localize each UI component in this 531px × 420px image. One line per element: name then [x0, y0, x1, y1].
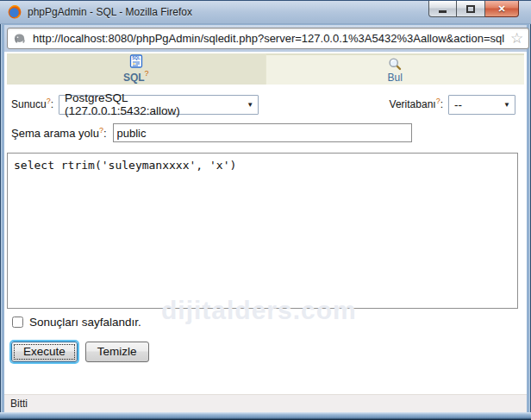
page-content: SQL SQL? Bul Sunu [4, 52, 527, 412]
url-text[interactable]: http://localhost:8080/phpPgAdmin/sqledit… [33, 32, 504, 45]
server-select-value: PostgreSQL (127.0.0.1:5432:allow) [65, 91, 238, 117]
firefox-icon [8, 5, 22, 19]
postgresql-favicon [13, 32, 27, 46]
paginate-checkbox[interactable] [12, 317, 23, 328]
clear-button[interactable]: Temizle [85, 342, 149, 362]
database-group: Veritabanı?: -- ▼ [390, 95, 515, 115]
tab-find[interactable]: Bul [266, 53, 525, 85]
database-select[interactable]: -- ▼ [448, 95, 515, 115]
navigation-bar: http://localhost:8080/phpPgAdmin/sqledit… [4, 25, 527, 52]
tab-bar: SQL SQL? Bul [7, 53, 524, 85]
paginate-row: Sonuçları sayfalandır. [12, 316, 141, 329]
minimize-icon [439, 10, 447, 13]
window-frame-bottom [0, 412, 531, 420]
firefox-window: phpPgAdmin - SQL - Mozilla Firefox ✕ htt… [0, 0, 531, 420]
close-icon: ✕ [497, 4, 505, 14]
tab-sql-label-wrap: SQL? [123, 69, 149, 85]
server-select[interactable]: PostgreSQL (127.0.0.1:5432:allow) ▼ [59, 95, 259, 115]
paginate-label: Sonuçları sayfalandır. [29, 316, 141, 329]
schema-row: Şema arama yolu?: [7, 122, 524, 144]
chevron-down-icon: ▼ [495, 101, 510, 109]
caption-buttons: ✕ [428, 1, 519, 17]
database-select-value: -- [454, 98, 462, 111]
title-bar: phpPgAdmin - SQL - Mozilla Firefox ✕ [0, 0, 531, 24]
server-label: Sunucu?: [11, 98, 53, 110]
execute-button[interactable]: Execute [11, 342, 78, 362]
url-bar[interactable]: http://localhost:8080/phpPgAdmin/sqledit… [7, 28, 529, 49]
status-bar: Bitti [4, 394, 527, 412]
sql-document-icon: SQL [129, 54, 143, 68]
maximize-icon [466, 5, 475, 13]
schema-input[interactable] [113, 123, 412, 142]
window-title: phpPgAdmin - SQL - Mozilla Firefox [28, 6, 192, 18]
database-label: Veritabanı?: [390, 98, 443, 110]
svg-text:SQL: SQL [132, 56, 141, 60]
sql-help-marker[interactable]: ? [145, 68, 149, 77]
status-text: Bitti [10, 398, 28, 410]
tab-find-label: Bul [388, 72, 403, 84]
chevron-down-icon: ▼ [238, 101, 253, 109]
bookmark-star-icon[interactable]: ☆ [510, 31, 523, 46]
magnifier-icon [388, 57, 402, 71]
maximize-button[interactable] [457, 1, 485, 17]
schema-label: Şema arama yolu?: [11, 127, 107, 140]
close-button[interactable]: ✕ [485, 1, 519, 17]
minimize-button[interactable] [428, 1, 457, 17]
button-row: Execute Temizle [9, 342, 149, 362]
sql-query-textarea[interactable]: select rtrim('suleymanxxxx', 'x') [7, 153, 518, 309]
tab-sql-label: SQL [123, 72, 145, 84]
server-database-row: Sunucu?: PostgreSQL (127.0.0.1:5432:allo… [7, 92, 524, 116]
tab-sql[interactable]: SQL SQL? [7, 53, 266, 85]
